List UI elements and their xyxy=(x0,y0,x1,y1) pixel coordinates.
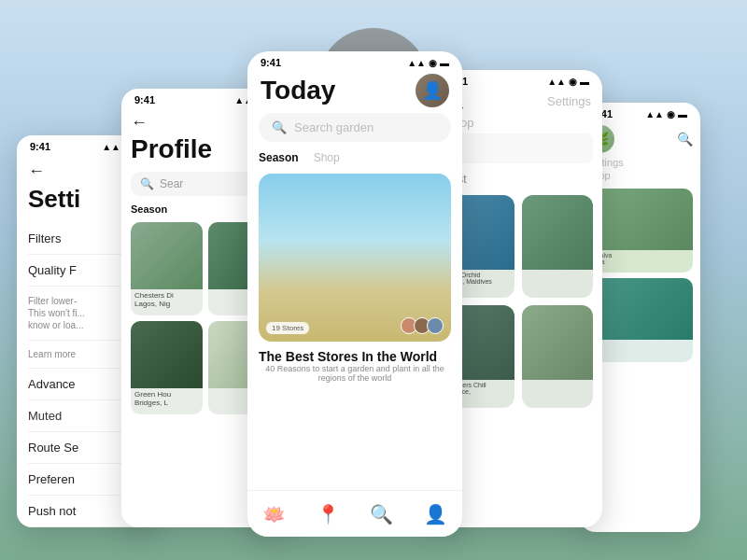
wifi-icon-5: ◉ xyxy=(667,109,675,119)
shop-search-bar[interactable] xyxy=(444,133,593,163)
right-card-label-2 xyxy=(586,340,693,343)
signal-icon-3: ▲▲ xyxy=(407,58,426,68)
user-avatar[interactable]: 👤 xyxy=(416,74,449,107)
shop-card-label-4 xyxy=(522,380,593,384)
shop-card-image-2 xyxy=(522,195,593,270)
plant-card-1[interactable]: Chesters DiLagos, Nig xyxy=(131,222,203,315)
plant-image-1 xyxy=(131,222,203,289)
nav-search[interactable]: 🔍 xyxy=(370,503,393,525)
avatars-row xyxy=(404,317,444,334)
time-3: 9:41 xyxy=(261,57,281,68)
plant-label-1: Chesters DiLagos, Nig xyxy=(131,289,203,310)
right-card-label-1: s Calvadoria xyxy=(586,250,693,267)
right-card-image-2 xyxy=(586,278,693,340)
time-1: 9:41 xyxy=(30,141,50,152)
time-2: 9:41 xyxy=(134,94,155,105)
shop-card-2[interactable] xyxy=(522,195,593,298)
phone-today: 9:41 ▲▲ ◉ ▬ Today 👤 🔍 Search garden Seas… xyxy=(247,51,462,537)
main-hero-card[interactable]: 19 Stores xyxy=(259,174,451,342)
today-title: Today xyxy=(261,76,335,105)
battery-icon-4: ▬ xyxy=(580,77,589,87)
nav-home[interactable]: 🪷 xyxy=(262,503,286,525)
main-nav-tabs: Season Shop xyxy=(247,151,462,164)
search-placeholder-2: Sear xyxy=(160,177,183,190)
mini-avatar-3 xyxy=(427,317,444,334)
search-icon-main: 🔍 xyxy=(272,120,287,134)
nav-profile[interactable]: 👤 xyxy=(424,503,447,525)
search-placeholder-main: Search garden xyxy=(294,120,374,134)
status-icons-4: ▲▲ ◉ ▬ xyxy=(547,77,589,87)
battery-icon-5: ▬ xyxy=(678,109,687,119)
nav-location[interactable]: 📍 xyxy=(317,503,340,525)
settings-label-4: Settings xyxy=(547,94,591,108)
right-card-image-1 xyxy=(586,189,693,250)
signal-icon: ▲▲ xyxy=(102,142,120,152)
card-subtitle: 40 Reasons to start a garden and plant i… xyxy=(259,364,451,383)
search-bar-main[interactable]: 🔍 Search garden xyxy=(259,113,451,142)
plant-card-3[interactable]: Green HouBridges, L xyxy=(131,321,203,414)
wifi-icon-3: ◉ xyxy=(429,58,437,68)
status-icons-3: ▲▲ ◉ ▬ xyxy=(407,58,449,68)
shop-card-label-2 xyxy=(522,270,593,273)
settings-label-5: Settings xyxy=(586,157,693,168)
signal-icon-4: ▲▲ xyxy=(547,77,566,87)
card-main-title: The Best Stores In the World xyxy=(259,349,451,364)
stores-badge: 19 Stores xyxy=(266,322,309,334)
right-card-1[interactable]: s Calvadoria xyxy=(586,189,693,273)
plant-image-3 xyxy=(131,321,203,388)
signal-icon-5: ▲▲ xyxy=(645,109,664,119)
tab-shop-main[interactable]: Shop xyxy=(314,151,340,164)
shop-card-4[interactable] xyxy=(522,305,593,408)
search-icon-2: 🔍 xyxy=(140,177,154,190)
plant-label-3: Green HouBridges, L xyxy=(131,388,203,409)
search-icon-5[interactable]: 🔍 xyxy=(677,132,693,147)
battery-icon-3: ▬ xyxy=(440,58,449,68)
today-header: Today 👤 xyxy=(247,70,462,113)
status-icons-5: ▲▲ ◉ ▬ xyxy=(645,109,687,119)
right-card-2[interactable] xyxy=(586,278,693,362)
status-bar-3: 9:41 ▲▲ ◉ ▬ xyxy=(247,51,462,70)
wifi-icon-4: ◉ xyxy=(569,77,577,87)
bottom-navigation: 🪷 📍 🔍 👤 xyxy=(247,490,462,537)
shop-card-image-4 xyxy=(522,305,593,380)
tab-season[interactable]: Season xyxy=(131,203,167,215)
shop-label-5: Shop xyxy=(586,170,693,181)
tab-season-main[interactable]: Season xyxy=(259,151,299,164)
card-text-section: The Best Stores In the World 40 Reasons … xyxy=(247,349,462,390)
